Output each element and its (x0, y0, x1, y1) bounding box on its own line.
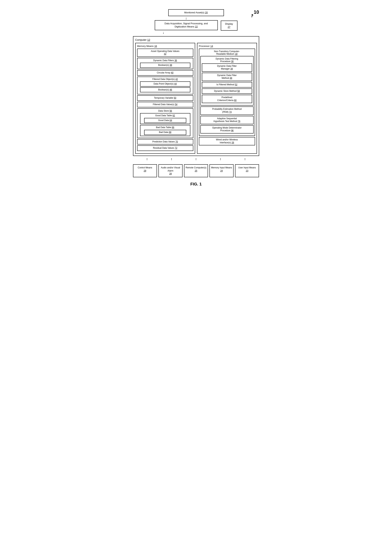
acq-num: 22 (195, 25, 198, 28)
wired-wireless-box: Wired and/or WirelessInterface(s) 26 (199, 137, 255, 145)
ddfilter-manager-box: Dynamic Data FilterManager 34 (202, 63, 252, 72)
adaptive-box: Adaptive SequentialHypothesis Test Metho… (200, 116, 254, 124)
good-data-box: Good Data 64 (144, 118, 186, 123)
audio-alarm-box: Audio and/or Visual Alarm28 (158, 164, 183, 177)
booleans1-box: Boolean(s) 38 (140, 63, 190, 68)
good-data-table-box: Good Data Table 62 Good Data 64 (140, 113, 190, 124)
ntcr-num: 18 (235, 53, 237, 55)
user-input-num: 23 (246, 169, 248, 172)
bad-data-box: Bad Data 68 (144, 130, 186, 135)
memory-input-box: Memory Input Means24 (209, 164, 234, 177)
ntcr-title: Non-Transitory Computer-Readable Medium … (200, 50, 254, 55)
acq-label: Data Acquisition, Signal Processing, and… (164, 22, 208, 28)
ref-number: 10 (254, 9, 259, 15)
page: 10 ↗ Monitored Asset(s) 20 ↓ Data Acquis… (126, 4, 266, 194)
arrow1: ↕ (146, 157, 148, 161)
acq-box: Data Acquisition, Signal Processing, and… (155, 20, 218, 30)
is-filtered-box: Is Filtered Method 52 (202, 82, 252, 88)
control-num: 29 (144, 169, 146, 172)
ntcr-group: Non-Transitory Computer-Readable Medium … (199, 49, 255, 136)
filtered-data-box: Filtered Data Object(s) 42 Data Point Ob… (137, 77, 193, 95)
arrow-acq: ↓ (185, 16, 187, 20)
processor-col: Processor 14 Non-Transitory Computer-Rea… (197, 43, 257, 154)
residual-data-box: Residual Data Values 72 (137, 145, 193, 151)
monitored-asset-label: Monitored Asset(s) (184, 11, 204, 14)
data-store-box: Data Store 56 Good Data Table 62 Good Da… (137, 108, 193, 138)
arrow5: ↕ (244, 157, 246, 161)
asset-operating-box: Asset Operating Data Values32 (137, 49, 193, 57)
prediction-data-box: Prediction Data Values 70 (137, 139, 193, 145)
computer-label: Computer 12 (135, 38, 257, 41)
arrow3: ↕ (195, 157, 197, 161)
circular-array-box: Circular Array 40 (137, 70, 193, 76)
computer-num: 12 (147, 38, 150, 41)
memory-num: 16 (154, 45, 157, 47)
bottom-row: Control Means29 Audio and/or Visual Alar… (133, 164, 259, 177)
monitored-asset-box: Monitored Asset(s) 20 (168, 9, 224, 16)
control-means-box: Control Means29 (133, 164, 157, 177)
top-section: Monitored Asset(s) 20 ↓ Data Acquisition… (133, 9, 259, 35)
arrow2: ↕ (171, 157, 172, 161)
ddfilter-method-box: Dynamic Data FilterMethod 48 (202, 73, 252, 81)
operating-mode-box: Operating Mode DeterminatorProcedure 96 (200, 125, 254, 133)
user-input-box: User Input Means23 (235, 164, 259, 177)
audio-num: 28 (169, 172, 172, 175)
display-num: 27 (228, 26, 230, 28)
arrows-row: ↕ ↕ ↕ ↕ ↕ (133, 156, 259, 162)
arrow-computer: ↓ (163, 31, 164, 34)
dynamic-filters-box: Dynamic Data Filters 36 Boolean(s) 38 (137, 58, 193, 69)
memory-input-num: 24 (220, 169, 223, 172)
ddfiltering-group: Dynamic Data FilteringProcedure 30 Dynam… (200, 56, 254, 106)
filtered-data-vals-box: Filtered Data Value(s) 54 (137, 102, 193, 107)
monitored-asset-num: 20 (205, 11, 207, 14)
computer-inner: Memory Means 16 Asset Operating Data Val… (135, 43, 257, 154)
predefined-box: PredefinedCriterion/Criteria 60 (202, 95, 252, 103)
pem-box: Probability Estimation Method(PEM) 74 (200, 106, 254, 115)
dynamic-store-box: Dynamic Store Method 58 (202, 88, 252, 94)
memory-col: Memory Means 16 Asset Operating Data Val… (135, 43, 195, 154)
processor-num: 14 (210, 45, 213, 47)
fig-label: FIG. 1 (133, 182, 259, 187)
computer-outer-box: Computer 12 Memory Means 16 Asset Operat… (133, 36, 259, 156)
arrow4: ↕ (220, 157, 221, 161)
display-label: Display (225, 22, 233, 25)
bad-data-table-box: Bad Data Table 66 Bad Data 68 (140, 125, 190, 136)
memory-title: Memory Means 16 (137, 45, 193, 47)
data-point-box: Data Point Object(s) 44 (140, 81, 190, 87)
temp-var-box: Temporary Variable 50 (137, 95, 193, 101)
processor-title: Processor 14 (199, 45, 255, 47)
booleans2-box: Boolean(s) 46 (140, 87, 190, 93)
remote-computer-box: Remote Computer(s)25 (184, 164, 208, 177)
display-box: Display27 (221, 21, 237, 31)
remote-num: 25 (195, 169, 197, 172)
ddfiltering-title: Dynamic Data FilteringProcedure 30 (202, 58, 252, 63)
